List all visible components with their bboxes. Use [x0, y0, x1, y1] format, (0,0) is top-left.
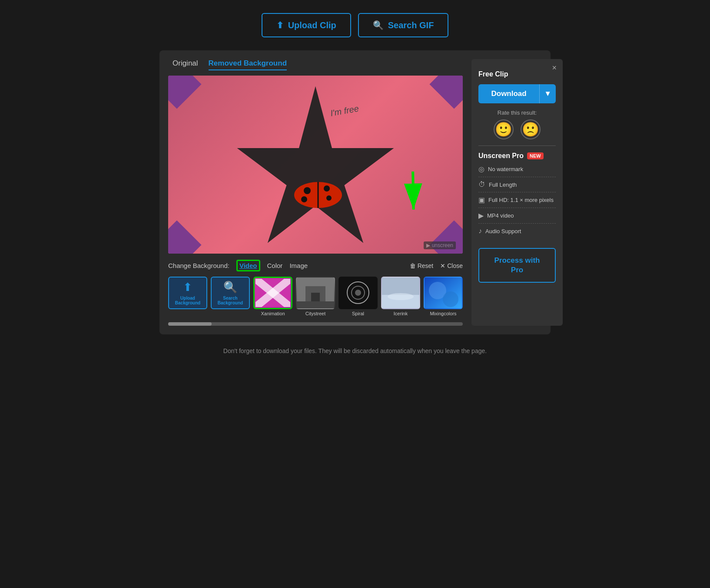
- search-gif-label: Search GIF: [388, 20, 434, 30]
- corner-decoration-tr: [429, 76, 463, 109]
- thumbs-down-button[interactable]: 🙁: [521, 119, 541, 139]
- thumbnails-row: ⬆ UploadBackground 🔍 SearchBackground: [168, 277, 463, 316]
- pro-title: Unscreen Pro NEW: [478, 152, 556, 160]
- trash-icon: 🗑: [410, 262, 416, 269]
- thumb-mixingcolors-box: [424, 277, 463, 309]
- rate-label: Rate this result:: [478, 109, 556, 116]
- panel-close-button[interactable]: ×: [552, 63, 557, 73]
- pro-feature-no-watermark: ◎ No watermark: [478, 165, 556, 177]
- close-label: Close: [447, 262, 463, 269]
- tab-original[interactable]: Original: [173, 59, 198, 70]
- change-bg-tab-color[interactable]: Color: [267, 262, 283, 269]
- svg-point-22: [388, 293, 414, 300]
- search-gif-button[interactable]: 🔍 Search GIF: [358, 13, 449, 37]
- audio-icon: ♪: [478, 227, 482, 235]
- download-dropdown-button[interactable]: ▼: [539, 84, 556, 103]
- ladybug-shape: [292, 180, 344, 210]
- svg-point-4: [324, 185, 330, 192]
- process-pro-button[interactable]: Process withPro: [478, 248, 556, 283]
- pro-label: Unscreen Pro: [478, 152, 524, 160]
- thumb-spiral[interactable]: Spiral: [338, 277, 378, 316]
- download-button[interactable]: Download: [478, 84, 539, 103]
- thumb-citystreet-box: [296, 277, 335, 309]
- thumb-icerink-box: [381, 277, 420, 309]
- download-button-container: Download ▼: [478, 84, 556, 103]
- upload-clip-label: Upload Clip: [288, 20, 336, 30]
- svg-point-25: [443, 291, 458, 307]
- thumb-upload-box: ⬆ UploadBackground: [168, 277, 207, 309]
- image-preview-container: I'm free: [168, 76, 463, 254]
- thumb-search[interactable]: 🔍 SearchBackground: [211, 277, 250, 309]
- main-panel: Original Removed Background I'm free: [159, 50, 551, 334]
- icerink-preview: [382, 277, 419, 308]
- rate-icons: 🙂 🙁: [478, 119, 556, 139]
- mixingcolors-preview: [425, 277, 462, 308]
- thumb-citystreet[interactable]: Citystreet: [296, 277, 335, 316]
- corner-decoration-bl: [168, 220, 202, 254]
- full-hd-icon: ▣: [478, 196, 485, 204]
- watermark: ▶ unscreen: [424, 242, 456, 248]
- thumb-citystreet-label: Citystreet: [305, 311, 325, 316]
- spiral-preview: [339, 277, 377, 308]
- thumb-upload[interactable]: ⬆ UploadBackground: [168, 277, 207, 309]
- thumb-xanimation-box: [253, 277, 292, 309]
- thumb-icerink[interactable]: Icerink: [381, 277, 420, 316]
- pro-feature-mp4: ▶ MP4 video: [478, 211, 556, 224]
- free-clip-label: Free Clip: [478, 70, 556, 78]
- process-pro-label: Process withPro: [494, 256, 540, 274]
- audio-text: Audio Support: [485, 228, 521, 235]
- upload-clip-button[interactable]: ⬆ Upload Clip: [262, 13, 351, 37]
- svg-point-19: [355, 290, 361, 296]
- pro-feature-full-length: ⏱ Full Length: [478, 181, 556, 192]
- change-background-bar: Change Background: Video Color Image 🗑 R…: [168, 260, 463, 271]
- change-background-label: Change Background:: [168, 262, 229, 269]
- svg-point-3: [304, 187, 311, 194]
- mp4-text: MP4 video: [487, 212, 514, 219]
- footer-notice: Don't forget to download your files. The…: [223, 347, 487, 354]
- reset-button[interactable]: 🗑 Reset: [410, 262, 434, 269]
- image-background: I'm free: [168, 76, 463, 254]
- thumb-icerink-label: Icerink: [394, 311, 408, 316]
- full-length-icon: ⏱: [478, 181, 485, 188]
- thumbnails-scrollbar[interactable]: [168, 322, 463, 326]
- change-bg-tab-video[interactable]: Video: [236, 260, 260, 271]
- right-panel: × Free Clip Download ▼ Rate this result:…: [471, 59, 563, 326]
- upload-icon: ⬆: [276, 20, 284, 30]
- divider: [478, 145, 556, 146]
- x-icon: ✕: [440, 262, 445, 269]
- upload-bg-label: UploadBackground: [175, 296, 200, 305]
- corner-decoration-tl: [168, 76, 202, 109]
- thumb-mixingcolors[interactable]: Mixingcolors: [424, 277, 463, 316]
- pro-feature-audio: ♪ Audio Support: [478, 227, 556, 238]
- close-change-bg-button[interactable]: ✕ Close: [440, 262, 463, 269]
- pro-section: Unscreen Pro NEW ◎ No watermark ⏱ Full L…: [478, 152, 556, 242]
- search-bg-label: SearchBackground: [218, 296, 243, 305]
- mp4-icon: ▶: [478, 211, 484, 220]
- tab-removed-background[interactable]: Removed Background: [209, 59, 287, 70]
- thumbs-up-button[interactable]: 🙂: [494, 119, 514, 139]
- upload-bg-icon: ⬆: [183, 281, 192, 294]
- svg-line-8: [397, 172, 430, 209]
- scrollbar-thumb[interactable]: [168, 322, 212, 326]
- xanimation-preview: [255, 279, 290, 307]
- citystreet-preview: [297, 277, 334, 308]
- svg-point-5: [301, 196, 307, 202]
- search-icon: 🔍: [373, 20, 384, 30]
- no-watermark-icon: ◎: [478, 165, 484, 173]
- change-bg-tab-image[interactable]: Image: [289, 262, 308, 269]
- change-bg-actions: 🗑 Reset ✕ Close: [410, 262, 463, 269]
- star-shape: [233, 82, 398, 247]
- thumb-xanimation-label: Xanimation: [261, 311, 285, 316]
- new-badge: NEW: [527, 152, 544, 159]
- thumb-search-box: 🔍 SearchBackground: [211, 277, 250, 309]
- pro-feature-full-hd: ▣ Full HD: 1.1 × more pixels: [478, 196, 556, 208]
- top-buttons-container: ⬆ Upload Clip 🔍 Search GIF: [262, 13, 449, 37]
- svg-rect-15: [297, 301, 334, 308]
- svg-point-6: [326, 195, 332, 201]
- thumb-mixingcolors-label: Mixingcolors: [430, 311, 456, 316]
- search-bg-icon: 🔍: [223, 281, 237, 294]
- thumb-xanimation[interactable]: Xanimation: [253, 277, 292, 316]
- full-hd-text: Full HD: 1.1 × more pixels: [488, 197, 554, 203]
- thumb-spiral-box: [338, 277, 378, 309]
- rate-section: Rate this result: 🙂 🙁: [478, 109, 556, 139]
